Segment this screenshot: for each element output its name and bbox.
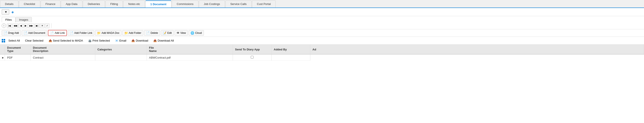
add-folder-link-button[interactable]: 📄Add Folder Link [68, 30, 94, 36]
col-arrow [0, 45, 5, 54]
grid-select-icon [2, 39, 5, 42]
email-button[interactable]: 📧Email [113, 38, 128, 43]
add-document-icon: 📄 [24, 31, 27, 35]
add-document-button[interactable]: 📄Add Document [22, 30, 47, 36]
add-mada-doc-button[interactable]: 📁Add MADA Doc [95, 30, 121, 36]
add-folder-link-label: Add Folder Link [74, 32, 92, 35]
edit-label: Edit [167, 32, 172, 35]
chevron-down-icon: ▼ [4, 10, 7, 14]
add-folder-link-icon: 📄 [70, 31, 73, 35]
nav-controls: |◀ ◀◀ ◀ ▶ ▶▶ ▶| ✕ ✓ [7, 24, 50, 28]
download-button[interactable]: 📥Download [130, 38, 150, 43]
main-tabs: DetailsChecklistFinanceApp DataDeliverie… [0, 0, 644, 8]
tab-1-document[interactable]: 1 Document [145, 1, 171, 8]
nav-next-next[interactable]: ▶▶ [28, 24, 34, 28]
delete-icon: 📄 [146, 31, 150, 35]
cell-file-name: ABWContract.pdf [147, 54, 233, 61]
clear-selected-button[interactable]: Clear Selected [23, 38, 45, 43]
cell-categories [95, 54, 147, 61]
documents-table: DocumentTypeDocumentDescriptionCategorie… [0, 45, 644, 61]
print-selected-label: Print Selected [92, 39, 110, 42]
tab-job-costings[interactable]: Job Costings [199, 1, 225, 8]
table-row[interactable]: ▶PDFContractABWContract.pdf [0, 54, 644, 61]
nav-close[interactable]: ✕ [40, 24, 44, 28]
nav-prev[interactable]: ◀ [19, 24, 23, 28]
table-body: ▶PDFContractABWContract.pdf [0, 54, 644, 61]
nav-check[interactable]: ✓ [45, 24, 50, 28]
select-all-label: Select All [8, 39, 20, 42]
edit-button[interactable]: 📝Edit [161, 30, 174, 36]
print-selected-button[interactable]: 🖨️Print Selected [86, 38, 112, 43]
sub-tabs: FilesImages [0, 16, 644, 22]
add-folder-label: Add Folder [129, 32, 142, 35]
download-label: Download [136, 39, 148, 42]
col-header-added-by: Added By [272, 45, 310, 54]
tab-details[interactable]: Details [0, 1, 18, 8]
add-link-icon: 📄 [50, 31, 54, 35]
separator-1 [51, 23, 52, 28]
download-all-button[interactable]: 📥Download All [152, 38, 176, 43]
view-button[interactable]: 👁View [174, 30, 188, 36]
action-toolbar-main: 📄Drag Add📄Add Document📄Add Link📄Add Fold… [0, 29, 644, 37]
nav-first[interactable]: |◀ [7, 24, 12, 28]
cell-doc-type: PDF [5, 54, 31, 61]
drag-add-label: Drag Add [8, 32, 19, 35]
col-header-ad: Ad [310, 45, 644, 54]
col-header-doc-type: DocumentType [5, 45, 31, 54]
cloud-icon: 🌐 [190, 31, 194, 35]
categories-label-group: ◈ [12, 10, 15, 14]
table-header: DocumentTypeDocumentDescriptionCategorie… [0, 45, 644, 54]
nav-next[interactable]: ▶ [24, 24, 28, 28]
view-by-button[interactable]: ▼ [2, 9, 9, 15]
cloud-button[interactable]: 🌐Cloud [188, 30, 204, 36]
tab-cust-portal[interactable]: Cust Portal [252, 1, 276, 8]
email-icon: 📧 [115, 39, 118, 42]
download-icon: 📥 [132, 39, 135, 42]
add-folder-button[interactable]: 📁Add Folder [122, 30, 144, 36]
select-all-button[interactable]: Select All [6, 38, 22, 43]
nav-last[interactable]: ▶| [34, 24, 40, 28]
add-link-button[interactable]: 📄Add Link [48, 30, 67, 36]
send-to-mada-label: Send Selected to MADA [53, 39, 83, 42]
tab-finance[interactable]: Finance [41, 1, 60, 8]
cell-added-by [272, 54, 310, 61]
sub-tab-images[interactable]: Images [16, 17, 32, 22]
send-to-mada-button[interactable]: 📤Send Selected to MADA [47, 38, 85, 43]
tab-app-data[interactable]: App Data [61, 1, 82, 8]
download-all-icon: 📥 [153, 39, 157, 42]
delete-label: Delete [150, 32, 158, 35]
tab-notes-etc[interactable]: Notes etc [123, 1, 145, 8]
row-arrow: ▶ [0, 54, 5, 61]
cloud-label: Cloud [195, 32, 202, 35]
view-icon: 👁 [176, 31, 180, 35]
tab-deliveries[interactable]: Deliveries [83, 1, 105, 8]
documents-table-container: DocumentTypeDocumentDescriptionCategorie… [0, 45, 644, 61]
download-all-label: Download All [158, 39, 174, 42]
col-header-send-to-diary: Send To Diary App [233, 45, 272, 54]
tab-checklist[interactable]: Checklist [19, 1, 40, 8]
tab-fitting[interactable]: Fitting [105, 1, 123, 8]
col-header-file-name: FileName [147, 45, 233, 54]
col-header-doc-desc: DocumentDescription [31, 45, 95, 54]
delete-button[interactable]: 📄Delete [144, 30, 160, 36]
view-label: View [180, 32, 186, 35]
toolbar-area: ▼ ◈ [0, 8, 644, 16]
info-icon[interactable]: i [2, 24, 6, 28]
action-toolbar-1: i |◀ ◀◀ ◀ ▶ ▶▶ ▶| ✕ ✓ [0, 22, 644, 29]
cell-send-to-diary[interactable] [233, 54, 272, 61]
tab-service-calls[interactable]: Service Calls [225, 1, 252, 8]
add-document-label: Add Document [28, 32, 45, 35]
edit-icon: 📝 [163, 31, 166, 35]
add-folder-icon: 📁 [124, 31, 128, 35]
add-mada-doc-icon: 📁 [97, 31, 101, 35]
tab-commissions[interactable]: Commissions [172, 1, 198, 8]
add-link-label: Add Link [54, 32, 65, 35]
clear-selected-label: Clear Selected [25, 39, 43, 42]
drag-add-button[interactable]: 📄Drag Add [2, 30, 21, 36]
nav-prev-prev[interactable]: ◀◀ [12, 24, 18, 28]
send-to-diary-checkbox[interactable] [251, 56, 254, 59]
email-label: Email [119, 39, 126, 42]
drag-add-icon: 📄 [4, 31, 7, 35]
sub-tab-files[interactable]: Files [2, 17, 16, 22]
diamond-icon: ◈ [12, 10, 14, 14]
